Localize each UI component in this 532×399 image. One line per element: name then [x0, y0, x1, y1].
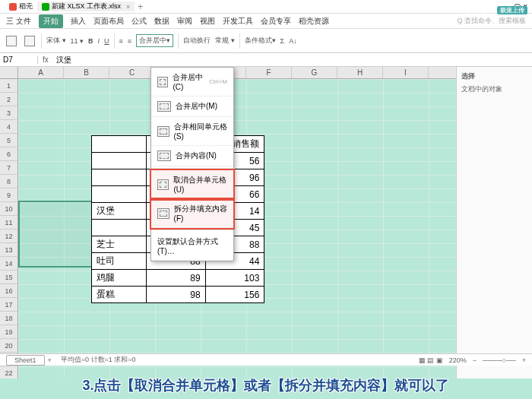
- menu-label: 拆分并填充内容(F): [174, 204, 227, 223]
- font-select[interactable]: 宋体 ▾: [46, 36, 66, 46]
- menu-data[interactable]: 数据: [154, 16, 169, 27]
- row-header[interactable]: 3: [0, 106, 18, 120]
- view-icons[interactable]: ▦ ▤ ▣: [419, 356, 443, 364]
- sort-button[interactable]: A↓: [289, 37, 297, 45]
- menu-view[interactable]: 视图: [200, 16, 215, 27]
- align-center-icon[interactable]: ≡: [128, 37, 131, 45]
- app-icon: [9, 3, 17, 11]
- title-bar: 稻壳 新建 XLSX 工作表.xlsx× + — ▢ ×: [0, 0, 532, 14]
- merge-center-item[interactable]: 合并居中(C)Ctrl+M: [151, 68, 233, 97]
- menu-file[interactable]: 三 文件: [6, 16, 31, 27]
- menu-home[interactable]: 开始: [39, 14, 63, 28]
- row-label: 蛋糕: [92, 287, 147, 303]
- col-header[interactable]: C: [109, 67, 155, 78]
- merge-icon: [157, 77, 168, 87]
- new-tab-button[interactable]: +: [138, 2, 143, 12]
- row-header[interactable]: 2: [0, 93, 18, 106]
- close-icon[interactable]: ×: [126, 3, 130, 11]
- col-header[interactable]: F: [246, 67, 292, 78]
- bold-button[interactable]: B: [88, 37, 93, 45]
- menu-resource[interactable]: 稻壳资源: [299, 16, 329, 27]
- menu-label: 合并居中(M): [176, 101, 217, 112]
- underline-button[interactable]: U: [104, 37, 109, 45]
- menu-formula[interactable]: 公式: [131, 16, 147, 27]
- row-header[interactable]: 6: [0, 147, 18, 161]
- cond-format-button[interactable]: 条件格式▾: [245, 36, 276, 46]
- merge-button[interactable]: 合并居中▾: [136, 34, 173, 47]
- zoom-in-icon[interactable]: +: [522, 356, 526, 364]
- row-header[interactable]: 11: [0, 216, 18, 230]
- col-header[interactable]: I: [383, 67, 429, 78]
- menu-label: 合并居中(C): [173, 72, 204, 91]
- row-header[interactable]: 16: [0, 284, 18, 298]
- selection-pane: 选择 文档中的对象: [456, 67, 532, 378]
- row-header[interactable]: 18: [0, 312, 18, 325]
- col-header[interactable]: G: [292, 67, 337, 78]
- cell: 156: [205, 287, 264, 303]
- doc-icon: [42, 3, 49, 11]
- row-header[interactable]: 5: [0, 134, 18, 147]
- merge-content-item[interactable]: 合并内容(N): [151, 146, 233, 166]
- paste-button[interactable]: [5, 36, 18, 46]
- row-header[interactable]: 13: [0, 243, 18, 257]
- zoom-slider[interactable]: ────○──: [483, 356, 516, 364]
- watermark-badge: 极速上传: [497, 6, 527, 14]
- row-label: 芝士: [92, 236, 147, 253]
- menu-layout[interactable]: 页面布局: [93, 16, 124, 27]
- col-header[interactable]: A: [18, 67, 64, 78]
- zoom-level[interactable]: 220%: [449, 356, 467, 364]
- merge-dropdown-menu: 合并居中(C)Ctrl+M 合并居中(M) 合并相同单元格(S) 合并内容(N)…: [150, 67, 234, 261]
- app-tab[interactable]: 稻壳: [5, 2, 37, 11]
- align-left-icon[interactable]: ≡: [119, 37, 123, 45]
- italic-button[interactable]: I: [98, 37, 100, 45]
- row-header[interactable]: 12: [0, 230, 18, 243]
- document-tab[interactable]: 新建 XLSX 工作表.xlsx×: [37, 2, 135, 11]
- cell-reference[interactable]: D7: [0, 55, 38, 64]
- row-header[interactable]: 4: [0, 120, 18, 134]
- search-input[interactable]: Q 查找命令、搜索模板: [457, 16, 526, 26]
- zoom-out-icon[interactable]: −: [473, 356, 477, 364]
- fx-icon[interactable]: fx: [38, 55, 53, 64]
- sheet-tab[interactable]: Sheet1: [6, 355, 45, 366]
- menu-member[interactable]: 会员专享: [261, 16, 291, 27]
- row-header[interactable]: 9: [0, 188, 18, 202]
- row-header[interactable]: 14: [0, 257, 18, 271]
- col-header[interactable]: B: [64, 67, 109, 78]
- menu-label: 设置默认合并方式(T)…: [157, 236, 227, 255]
- row-header[interactable]: 19: [0, 325, 18, 339]
- row-header[interactable]: 8: [0, 175, 18, 188]
- menu-insert[interactable]: 插入: [71, 16, 86, 27]
- unmerge-item[interactable]: 取消合并单元格(U): [151, 170, 233, 199]
- merge-settings-item[interactable]: 设置默认合并方式(T)…: [151, 232, 233, 261]
- row-header[interactable]: 20: [0, 339, 18, 353]
- row-label: [92, 153, 147, 169]
- merge-icon: [157, 101, 171, 112]
- row-header[interactable]: 10: [0, 202, 18, 216]
- cut-icon: [24, 36, 35, 46]
- cut-button[interactable]: [23, 36, 36, 46]
- row-headers: 12345678910111213141516171819202122: [0, 79, 18, 378]
- menu-label: 合并相同单元格(S): [174, 122, 227, 141]
- status-bar: Sheet1 + 平均值=0 计数=1 求和=0 ▦ ▤ ▣ 220% − ──…: [0, 353, 532, 366]
- wrap-button[interactable]: 自动换行: [183, 36, 211, 46]
- row-header[interactable]: 17: [0, 298, 18, 312]
- format-button[interactable]: 常规 ▾: [215, 36, 235, 46]
- select-all-corner[interactable]: [0, 67, 18, 78]
- sum-button[interactable]: Σ: [280, 37, 285, 45]
- font-size[interactable]: 11 ▾: [71, 37, 84, 45]
- row-header[interactable]: 15: [0, 271, 18, 284]
- col-header[interactable]: H: [337, 67, 383, 78]
- row-label: 鸡腿: [92, 270, 147, 287]
- formula-value[interactable]: 汉堡: [53, 55, 74, 65]
- row-header[interactable]: 1: [0, 79, 18, 93]
- merge-same-item[interactable]: 合并相同单元格(S): [151, 117, 233, 146]
- spreadsheet-grid[interactable]: A B C D E F G H I 1234567891011121314151…: [0, 67, 456, 378]
- menu-dev[interactable]: 开发工具: [223, 16, 253, 27]
- merge-cells-item[interactable]: 合并居中(M): [151, 97, 233, 117]
- row-label: [92, 169, 147, 186]
- add-sheet-button[interactable]: +: [48, 356, 52, 364]
- menu-review[interactable]: 审阅: [177, 16, 192, 27]
- split-fill-item[interactable]: 拆分并填充内容(F): [151, 199, 233, 228]
- cell: 98: [147, 287, 206, 303]
- row-header[interactable]: 7: [0, 161, 18, 175]
